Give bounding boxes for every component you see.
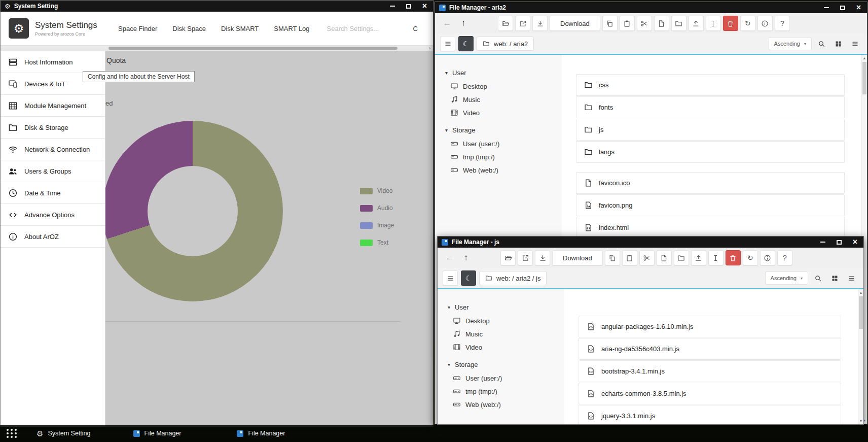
window-titlebar[interactable]: File Manager - aria2 × bbox=[435, 2, 867, 13]
file-row-bootstrap[interactable]: bootstrap-3.4.1.min.js bbox=[578, 360, 841, 382]
theme-toggle-button[interactable]: ☾ bbox=[458, 36, 474, 51]
scroll-down-arrow[interactable]: ▼ bbox=[858, 419, 863, 423]
cut-button[interactable] bbox=[637, 16, 652, 31]
close-button[interactable]: × bbox=[853, 238, 857, 246]
sidebar-item-users-groups[interactable]: Users & Groups bbox=[1, 160, 105, 182]
new-folder-button[interactable] bbox=[674, 250, 689, 265]
scroll-up-arrow[interactable]: ▲ bbox=[858, 291, 863, 294]
tab-disk-space[interactable]: Disk Space bbox=[172, 25, 206, 32]
maximize-button[interactable] bbox=[406, 4, 411, 9]
tree-item-user-drive[interactable]: User (user:/) bbox=[435, 137, 562, 150]
new-file-button[interactable] bbox=[657, 250, 672, 265]
open-external-button[interactable] bbox=[518, 250, 533, 265]
file-row-folder-css[interactable]: css bbox=[576, 74, 845, 96]
open-folder-button[interactable] bbox=[500, 250, 516, 265]
theme-toggle-button[interactable]: ☾ bbox=[461, 270, 476, 286]
window-titlebar[interactable]: ⚙ System Setting × bbox=[1, 1, 433, 12]
breadcrumb[interactable]: web: / aria2 / js bbox=[479, 271, 547, 285]
rename-button[interactable] bbox=[706, 16, 721, 31]
tree-section-storage[interactable]: ▾Storage bbox=[435, 123, 562, 137]
refresh-button[interactable]: ↻ bbox=[740, 16, 755, 31]
tree-item-tmp-drive[interactable]: tmp (tmp:/) bbox=[438, 385, 564, 398]
new-file-button[interactable] bbox=[654, 16, 669, 31]
sort-dropdown[interactable]: Ascending▾ bbox=[769, 37, 812, 50]
scrollbar-thumb[interactable] bbox=[859, 296, 863, 329]
back-button[interactable]: ← bbox=[443, 251, 457, 265]
sidebar-item-advance-options[interactable]: Advance Options bbox=[1, 204, 105, 226]
tree-item-tmp-drive[interactable]: tmp (tmp:/) bbox=[435, 150, 562, 163]
maximize-button[interactable] bbox=[840, 6, 845, 10]
file-row-index-html[interactable]: index.html bbox=[576, 217, 845, 239]
tree-item-video[interactable]: Video bbox=[438, 341, 564, 354]
horizontal-scrollbar[interactable]: › bbox=[1, 45, 433, 51]
sort-dropdown[interactable]: Ascending▾ bbox=[765, 271, 808, 285]
tree-item-desktop[interactable]: Desktop bbox=[435, 80, 562, 93]
close-button[interactable]: × bbox=[856, 4, 861, 12]
file-row-folder-langs[interactable]: langs bbox=[576, 141, 845, 163]
tree-section-user[interactable]: ▾User bbox=[435, 66, 562, 80]
paste-button[interactable] bbox=[622, 250, 637, 265]
file-row-folder-js[interactable]: js bbox=[576, 119, 845, 141]
tab-partial[interactable]: C bbox=[413, 25, 418, 32]
file-row-favicon-ico[interactable]: favicon.ico bbox=[576, 172, 845, 194]
open-external-button[interactable] bbox=[515, 16, 530, 31]
rename-button[interactable] bbox=[708, 250, 724, 265]
apps-grid-icon[interactable] bbox=[6, 428, 17, 439]
tree-section-user[interactable]: ▾User bbox=[438, 300, 564, 314]
grid-view-button[interactable] bbox=[831, 37, 845, 51]
scroll-up-arrow[interactable]: ▲ bbox=[862, 56, 867, 60]
tree-item-video[interactable]: Video bbox=[435, 106, 562, 119]
breadcrumb[interactable]: web: / aria2 bbox=[477, 37, 534, 51]
tree-item-user-drive[interactable]: User (user:/) bbox=[438, 371, 564, 385]
refresh-button[interactable]: ↻ bbox=[743, 250, 758, 265]
tree-item-music[interactable]: Music bbox=[438, 327, 564, 341]
sidebar-item-network-connection[interactable]: Network & Connection bbox=[1, 139, 105, 160]
menu-button[interactable] bbox=[440, 36, 455, 51]
sidebar-item-about-aroz[interactable]: About ArOZ bbox=[1, 226, 105, 248]
minimize-button[interactable] bbox=[390, 6, 395, 7]
close-button[interactable]: × bbox=[422, 2, 427, 10]
settings-search-input[interactable] bbox=[327, 25, 380, 32]
maximize-button[interactable] bbox=[837, 240, 842, 245]
hscroll-right-arrow[interactable]: › bbox=[429, 46, 430, 51]
taskbar-item-file-manager-1[interactable]: File Manager bbox=[133, 430, 182, 437]
delete-button[interactable] bbox=[726, 250, 741, 265]
delete-button[interactable] bbox=[723, 16, 738, 31]
tab-smart-log[interactable]: SMART Log bbox=[274, 25, 309, 32]
download-button[interactable]: Download bbox=[550, 16, 600, 31]
scrollbar-thumb[interactable] bbox=[862, 62, 866, 94]
tree-item-desktop[interactable]: Desktop bbox=[438, 314, 564, 327]
tab-disk-smart[interactable]: Disk SMART bbox=[221, 25, 259, 32]
cut-button[interactable] bbox=[639, 250, 655, 265]
taskbar-item-system-setting[interactable]: ⚙ System Setting bbox=[37, 430, 91, 437]
help-button[interactable]: ? bbox=[775, 16, 790, 31]
help-button[interactable]: ? bbox=[777, 250, 792, 265]
copy-button[interactable] bbox=[605, 250, 620, 265]
download-icon-button[interactable] bbox=[535, 250, 550, 265]
open-folder-button[interactable] bbox=[498, 16, 513, 31]
properties-button[interactable] bbox=[760, 250, 775, 265]
sidebar-item-host-information[interactable]: Host Information bbox=[1, 51, 105, 73]
list-view-button[interactable] bbox=[848, 37, 862, 51]
up-button[interactable]: ↑ bbox=[459, 251, 473, 265]
tree-item-web-drive[interactable]: Web (web:/) bbox=[435, 163, 562, 177]
sidebar-item-module-management[interactable]: Module Management bbox=[1, 95, 105, 117]
sidebar-item-disk-storage[interactable]: Disk & Storage bbox=[1, 117, 105, 139]
taskbar-item-file-manager-2[interactable]: File Manager bbox=[237, 430, 285, 437]
file-row-folder-fonts[interactable]: fonts bbox=[576, 96, 845, 118]
upload-button[interactable] bbox=[689, 16, 704, 31]
minimize-button[interactable] bbox=[820, 242, 825, 243]
paste-button[interactable] bbox=[620, 16, 635, 31]
minimize-button[interactable] bbox=[824, 7, 829, 8]
download-icon-button[interactable] bbox=[532, 16, 548, 31]
tree-item-music[interactable]: Music bbox=[435, 93, 562, 106]
sidebar-item-date-time[interactable]: Date & Time bbox=[1, 182, 105, 204]
menu-button[interactable] bbox=[443, 270, 458, 286]
properties-button[interactable] bbox=[757, 16, 773, 31]
scrollbar[interactable]: ▲ ▼ bbox=[858, 289, 863, 424]
file-row-echarts[interactable]: echarts-common-3.8.5.min.js bbox=[578, 383, 841, 404]
download-button[interactable]: Download bbox=[552, 250, 603, 265]
new-folder-button[interactable] bbox=[671, 16, 686, 31]
file-row-favicon-png[interactable]: favicon.png bbox=[576, 194, 845, 216]
search-button[interactable] bbox=[815, 37, 828, 51]
